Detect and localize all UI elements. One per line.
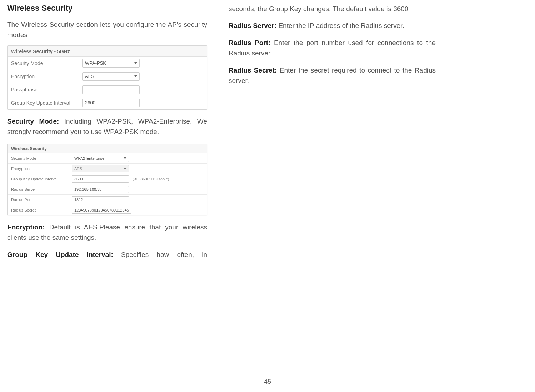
term-encryption: Encryption: — [7, 223, 49, 231]
security-mode-description: Secuirty Mode: Including WPA2-PSK, WPA2-… — [7, 116, 207, 137]
form-row-security-mode: Security Mode WPA2-Enterprise — [8, 153, 207, 164]
term-security-mode: Secuirty Mode: — [7, 118, 64, 125]
label-security-mode: Security Mode — [11, 156, 72, 160]
input-value: 1234567890123456789012345 — [74, 208, 129, 212]
input-passphrase[interactable] — [82, 85, 140, 94]
select-encryption[interactable]: AES — [72, 165, 129, 172]
group-key-interval-continuation: seconds, the Group Key changes. The defa… — [229, 4, 436, 14]
form-row-passphrase: Passphrase — [8, 83, 207, 96]
hint-group-key-interval: (30~3600; 0:Disable) — [132, 177, 169, 181]
encryption-description: Encryption: Default is AES.Please ensure… — [7, 222, 207, 243]
wireless-security-panel-5ghz: Wireless Security - 5GHz Security Mode W… — [7, 45, 207, 110]
form-row-group-key-interval: Group Key Update Interval 3600 (30~3600;… — [8, 174, 207, 184]
label-security-mode: Security Mode — [11, 60, 82, 66]
label-radius-secret: Radius Secret — [11, 208, 72, 212]
term-radius-server: Radius Server: — [229, 22, 278, 29]
input-value: 3600 — [74, 177, 83, 181]
label-group-key-interval: Group Key Update Interval — [11, 177, 72, 181]
form-row-security-mode: Security Mode WPA-PSK — [8, 57, 207, 70]
input-group-key-interval[interactable]: 3600 — [72, 175, 129, 183]
wireless-security-panel-enterprise: Wireless Security Security Mode WPA2-Ent… — [7, 144, 207, 215]
term-gkui: Group Key Update Interval: — [7, 251, 121, 258]
label-radius-port: Radius Port — [11, 198, 72, 202]
form-row-radius-server: Radius Server 192.165.100.38 — [8, 184, 207, 195]
label-group-key-interval: Group Key Update Interval — [11, 100, 82, 106]
label-passphrase: Passphrase — [11, 87, 82, 93]
left-column: Wireless Security The Wireless Security … — [7, 4, 207, 266]
input-group-key-interval[interactable]: 3600 — [82, 99, 140, 107]
chevron-down-icon — [124, 168, 126, 169]
chevron-down-icon — [124, 157, 126, 159]
form-row-encryption: Encryption AES — [8, 164, 207, 174]
select-value: AES — [74, 167, 82, 171]
select-security-mode[interactable]: WPA2-Enterprise — [72, 155, 129, 162]
label-encryption: Encryption — [11, 74, 82, 79]
term-radius-secret: Radius Secret: — [229, 66, 280, 74]
select-value: WPA2-Enterprise — [74, 156, 104, 160]
input-radius-port[interactable]: 1812 — [72, 196, 129, 203]
text-radius-server: Enter the IP address of the Radius serve… — [278, 22, 404, 29]
chevron-down-icon — [134, 62, 137, 64]
input-value: 1812 — [74, 198, 83, 202]
radius-server-description: Radius Server: Enter the IP address of t… — [229, 20, 436, 31]
form-row-encryption: Encryption AES — [8, 70, 207, 83]
select-value: AES — [85, 74, 94, 79]
document-page: Wireless Security The Wireless Security … — [7, 4, 528, 266]
term-radius-port: Radius Port: — [229, 39, 274, 46]
radius-port-description: Radius Port: Enter the port number used … — [229, 38, 436, 59]
select-value: WPA-PSK — [85, 60, 106, 66]
form-row-radius-port: Radius Port 1812 — [8, 195, 207, 205]
group-key-interval-description: Group Key Update Interval: Specifies how… — [7, 249, 207, 260]
chevron-down-icon — [134, 75, 137, 77]
input-radius-server[interactable]: 192.165.100.38 — [72, 186, 129, 193]
panel-title: Wireless Security - 5GHz — [8, 46, 207, 57]
right-column: seconds, the Group Key changes. The defa… — [229, 4, 436, 266]
form-row-group-key-interval: Group Key Update Interval 3600 — [8, 96, 207, 109]
input-value: 3600 — [85, 100, 95, 105]
page-number: 45 — [0, 378, 535, 386]
section-heading: Wireless Security — [7, 4, 207, 13]
intro-paragraph: The Wireless Security section lets you c… — [7, 19, 207, 40]
select-security-mode[interactable]: WPA-PSK — [82, 59, 140, 68]
select-encryption[interactable]: AES — [82, 72, 140, 81]
label-radius-server: Radius Server — [11, 187, 72, 192]
text-gkui: Specifies how often, in — [121, 251, 207, 258]
input-value: 192.165.100.38 — [74, 187, 101, 192]
input-radius-secret[interactable]: 1234567890123456789012345 — [72, 207, 131, 214]
radius-secret-description: Radius Secret: Enter the secret required… — [229, 65, 436, 86]
panel-title: Wireless Security — [8, 144, 207, 153]
form-row-radius-secret: Radius Secret 1234567890123456789012345 — [8, 205, 207, 215]
label-encryption: Encryption — [11, 167, 72, 171]
